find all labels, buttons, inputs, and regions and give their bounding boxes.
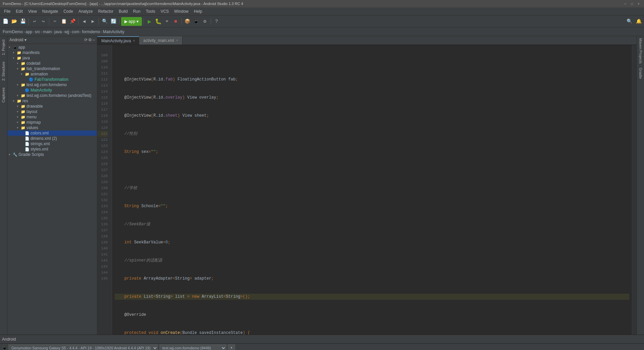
settings-btn[interactable]: ⚙	[201, 17, 209, 25]
menu-file[interactable]: File	[1, 8, 13, 14]
tree-hide-btn[interactable]: –	[93, 38, 95, 42]
tree-item-dimens[interactable]: 📄 dimens.xml (2)	[7, 136, 97, 141]
window-controls[interactable]: ─ □ ×	[623, 1, 641, 6]
bc-mainactivity[interactable]: MainActivity	[103, 30, 124, 34]
tree-item-androidtest[interactable]: ▾ 📁 test.wjj.com.formdemo (androidTest)	[7, 93, 97, 98]
tree-item-strings[interactable]: 📄 strings.xml	[7, 141, 97, 147]
bottom-tabs: Android	[0, 335, 644, 344]
coverage-btn[interactable]: ☂	[163, 17, 171, 25]
replace-btn[interactable]: 🔄	[109, 17, 117, 25]
bc-formdemo[interactable]: FormDemo	[3, 30, 23, 34]
toolbar-sep1	[29, 18, 29, 25]
bc-src[interactable]: src	[35, 30, 40, 34]
toolbar-sep7	[181, 18, 182, 25]
sdk-btn[interactable]: 📦	[183, 17, 192, 25]
tree-item-gradle-scripts[interactable]: ▾ 🔧 Gradle Scripts	[7, 152, 97, 157]
line-numbers: ● 108 109 110 111 112 113 114 115 116 11…	[97, 45, 112, 335]
tree-item-menu[interactable]: ▾ 📁 menu	[7, 114, 97, 120]
bc-main[interactable]: main	[43, 30, 52, 34]
tree-item-colors[interactable]: 📄 colors.xml	[7, 130, 97, 136]
menu-view[interactable]: View	[25, 8, 40, 14]
menu-code[interactable]: Code	[61, 8, 76, 14]
scroll-gutter[interactable]	[632, 45, 637, 335]
tab-mainactivity[interactable]: MainActivity.java ×	[97, 36, 139, 45]
open-btn[interactable]: 📂	[10, 17, 18, 25]
bc-wjj[interactable]: wjj	[64, 30, 69, 34]
toolbar-sep2	[49, 18, 49, 25]
right-tab-maven[interactable]: Maven Projects	[638, 36, 643, 66]
tree-item-label: app	[18, 45, 25, 50]
menu-analyze[interactable]: Analyze	[76, 8, 96, 14]
copy-btn[interactable]: 📋	[60, 17, 68, 25]
tree-item-java[interactable]: ▾ 📁 java	[7, 55, 97, 61]
menu-run[interactable]: Run	[130, 8, 143, 14]
bc-com[interactable]: com	[72, 30, 79, 34]
breadcrumb: FormDemo › app › src › main › java › wjj…	[0, 27, 644, 36]
tab-activity-main-xml[interactable]: activity_main.xml ×	[139, 36, 182, 45]
tree-item-animation[interactable]: ▾ 📁 animation	[7, 71, 97, 77]
menu-edit[interactable]: Edit	[13, 8, 25, 14]
avd-btn[interactable]: 📱	[192, 17, 200, 25]
right-tab-gradle[interactable]: Gradle	[638, 66, 643, 81]
tree-sync-btn[interactable]: ⟳	[84, 38, 88, 42]
tree-item-res[interactable]: ▾ 📁 res	[7, 98, 97, 104]
toolbar-sep4	[99, 18, 99, 25]
new-project-btn[interactable]: 📄	[1, 17, 9, 25]
tree-item-styles[interactable]: 📄 styles.xml	[7, 147, 97, 152]
code-content[interactable]: @InjectView(R.id.fab) FloatingActionButt…	[112, 45, 632, 335]
forward-btn[interactable]: ▶	[89, 17, 97, 25]
tree-item-label: colors.xml	[31, 131, 49, 135]
menu-vcs[interactable]: VCS	[158, 8, 172, 14]
left-panel: 1: Project 2: Structure Captures	[0, 36, 7, 335]
process-dropdown[interactable]: test.wjj.com.formdemo (9449)	[159, 344, 226, 350]
redo-btn[interactable]: ↪	[39, 17, 47, 25]
menu-window[interactable]: Window	[171, 8, 191, 14]
run-btn[interactable]: ▶	[146, 17, 154, 25]
tree-item-drawable[interactable]: ▾ 📁 drawable	[7, 104, 97, 109]
debug-btn[interactable]: 🐛	[154, 17, 162, 25]
tree-item-test-package[interactable]: ▾ 📁 test.wjj.com.formdemo	[7, 82, 97, 88]
tree-item-layout[interactable]: ▾ 📁 layout	[7, 109, 97, 114]
device-dropdown[interactable]: Genymotion Samsung Galaxy S5 - 4.4.4 - A…	[8, 344, 158, 350]
menu-navigate[interactable]: Navigate	[40, 8, 61, 14]
tab-activity-xml-close[interactable]: ×	[176, 39, 178, 42]
tree-item-codetail[interactable]: ▾ 📁 codetail	[7, 61, 97, 66]
tree-item-label: test.wjj.com.formdemo (androidTest)	[26, 93, 91, 98]
search-btn[interactable]: 🔍	[101, 17, 109, 25]
help-btn[interactable]: ?	[213, 17, 221, 25]
tree-item-fab-transform[interactable]: ▾ 📁 fab_transformation	[7, 66, 97, 71]
tree-item-app[interactable]: ▾ 📱 app	[7, 45, 97, 50]
side-tab-project[interactable]: 1: Project	[0, 36, 7, 58]
tree-item-mipmap[interactable]: ▾ 📁 mipmap	[7, 120, 97, 125]
device-toggle-btn[interactable]: ▾	[228, 344, 235, 350]
tab-mainactivity-close[interactable]: ×	[133, 39, 135, 43]
tree-settings-btn[interactable]: ⚙	[88, 38, 92, 42]
undo-btn[interactable]: ↩	[31, 17, 39, 25]
bc-formdemo2[interactable]: formdemo	[82, 30, 100, 34]
menu-tools[interactable]: Tools	[143, 8, 158, 14]
close-btn[interactable]: ×	[636, 1, 641, 6]
menu-build[interactable]: Build	[116, 8, 130, 14]
save-btn[interactable]: 💾	[19, 17, 27, 25]
stop-btn[interactable]: ■	[172, 17, 180, 25]
cut-btn[interactable]: ✂	[51, 17, 59, 25]
minimize-btn[interactable]: ─	[623, 1, 628, 6]
tree-item-values[interactable]: ▾ 📁 values	[7, 125, 97, 130]
back-btn[interactable]: ◀	[80, 17, 88, 25]
menu-refactor[interactable]: Refactor	[96, 8, 116, 14]
run-app-btn[interactable]: ▶ app ▾	[121, 17, 142, 26]
tree-item-mainactivity[interactable]: 🔵 MainActivity	[7, 88, 97, 93]
bc-java[interactable]: java	[54, 30, 62, 34]
tree-item-label: java	[22, 56, 30, 60]
side-tab-captures[interactable]: Captures	[0, 84, 7, 106]
editor-scroll[interactable]: ● 108 109 110 111 112 113 114 115 116 11…	[97, 45, 637, 335]
tree-item-fabtransformation-class[interactable]: 🔵 FabTransformation	[7, 77, 97, 82]
tree-item-manifests[interactable]: ▾ 📁 manifests	[7, 50, 97, 55]
notifications-btn[interactable]: 🔔	[635, 17, 643, 25]
menu-help[interactable]: Help	[191, 8, 205, 14]
maximize-btn[interactable]: □	[629, 1, 635, 6]
search-everywhere-btn[interactable]: 🔍	[625, 17, 633, 25]
side-tab-structure[interactable]: 2: Structure	[0, 58, 7, 84]
bc-app[interactable]: app	[25, 30, 32, 34]
paste-btn[interactable]: 📌	[68, 17, 76, 25]
